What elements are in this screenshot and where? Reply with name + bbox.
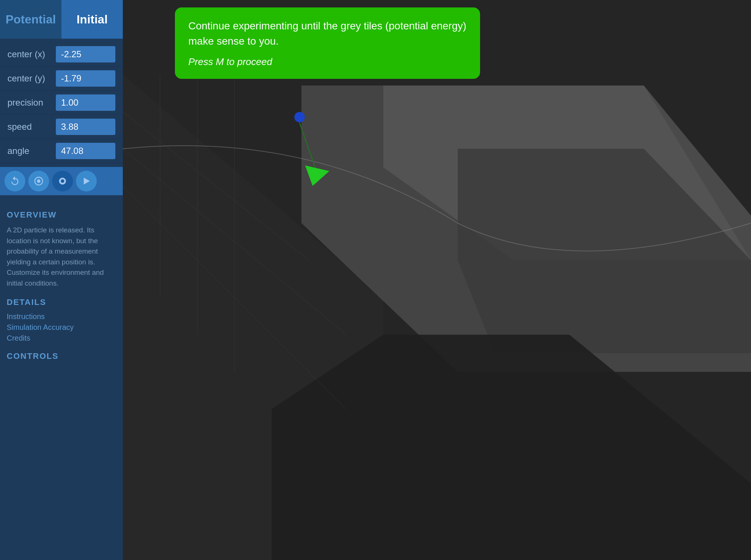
- field-value-1[interactable]: -1.79: [56, 70, 115, 87]
- controls-title: CONTROLS: [7, 351, 116, 361]
- field-row-angle: angle47.08: [0, 139, 123, 163]
- tab-potential-label: Potential: [6, 13, 56, 26]
- controls-bar: [0, 167, 123, 195]
- play-button[interactable]: [76, 171, 97, 192]
- svg-point-3: [61, 179, 64, 183]
- tab-potential[interactable]: Potential: [0, 0, 61, 39]
- overview-text: A 2D particle is released. Its location …: [7, 225, 116, 289]
- edit-button[interactable]: [52, 171, 73, 192]
- instruction-main-text: Continue experimenting until the grey ti…: [188, 19, 467, 49]
- overview-title: OVERVIEW: [7, 210, 116, 220]
- play-icon: [81, 176, 92, 186]
- info-sections: OVERVIEW A 2D particle is released. Its …: [0, 195, 123, 560]
- scene-svg: [123, 0, 751, 560]
- field-value-0[interactable]: -2.25: [56, 46, 115, 62]
- fields-panel: center (x)-2.25center (y)-1.79precision1…: [0, 39, 123, 167]
- viewport[interactable]: Continue experimenting until the grey ti…: [123, 0, 751, 560]
- instruction-bubble: Continue experimenting until the grey ti…: [175, 7, 480, 79]
- field-value-2[interactable]: 1.00: [56, 94, 115, 111]
- field-row-speed: speed3.88: [0, 115, 123, 139]
- loop-button[interactable]: [4, 171, 25, 192]
- tab-header: Potential Initial: [0, 0, 123, 39]
- field-label-2: precision: [7, 97, 56, 108]
- details-title: DETAILS: [7, 297, 116, 307]
- edit-icon: [57, 176, 68, 186]
- field-row-center--x-: center (x)-2.25: [0, 42, 123, 67]
- field-label-0: center (x): [7, 49, 56, 59]
- credits-link[interactable]: Credits: [7, 334, 116, 342]
- tab-initial[interactable]: Initial: [61, 0, 123, 39]
- simulation-accuracy-link[interactable]: Simulation Accuracy: [7, 323, 116, 332]
- target-icon: [33, 176, 44, 186]
- loop-icon: [10, 176, 20, 186]
- sidebar: Potential Initial center (x)-2.25center …: [0, 0, 123, 560]
- target-button[interactable]: [28, 171, 49, 192]
- field-row-center--y-: center (y)-1.79: [0, 67, 123, 91]
- details-links: Instructions Simulation Accuracy Credits: [7, 312, 116, 342]
- field-value-3[interactable]: 3.88: [56, 119, 115, 135]
- field-label-3: speed: [7, 122, 56, 132]
- tab-initial-label: Initial: [77, 13, 108, 26]
- particle-dot: [294, 112, 305, 122]
- field-value-4[interactable]: 47.08: [56, 143, 115, 159]
- field-label-1: center (y): [7, 73, 56, 84]
- field-row-precision: precision1.00: [0, 91, 123, 115]
- instruction-press-text: Press M to proceed: [188, 56, 467, 68]
- instructions-link[interactable]: Instructions: [7, 312, 116, 321]
- svg-point-1: [37, 179, 40, 183]
- svg-marker-4: [84, 178, 90, 185]
- field-label-4: angle: [7, 146, 56, 156]
